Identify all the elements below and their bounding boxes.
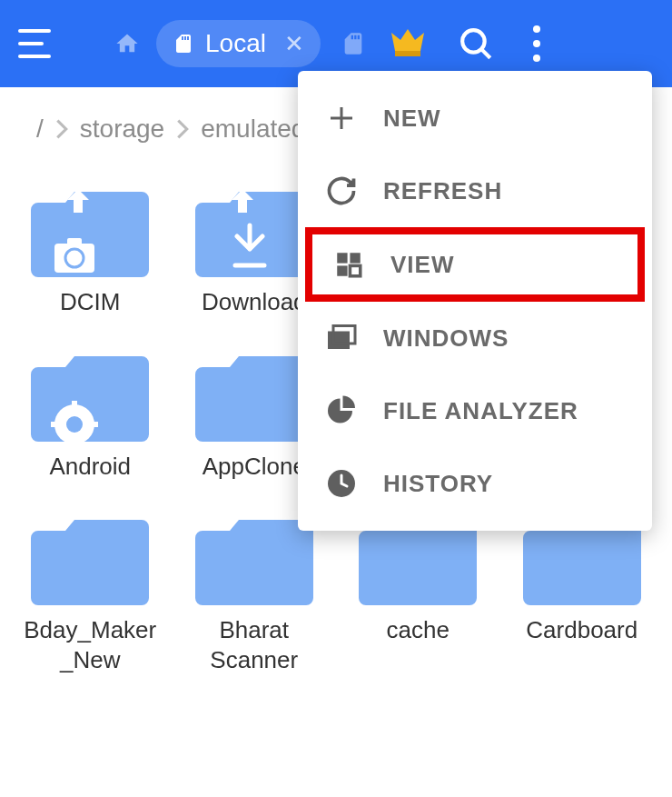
folder-label: Bharat Scanner — [182, 615, 327, 674]
folder-item-bharat-scanner[interactable]: Bharat Scanner — [177, 508, 332, 674]
breadcrumb-root[interactable]: / — [36, 115, 44, 144]
chevron-right-icon — [54, 119, 69, 139]
svg-rect-15 — [350, 253, 360, 263]
menu-label: HISTORY — [383, 470, 493, 498]
clock-icon — [323, 465, 360, 502]
menu-label: WINDOWS — [383, 324, 509, 353]
chevron-right-icon — [175, 119, 190, 139]
folder-item-dcim[interactable]: DCIM — [13, 180, 168, 317]
folder-label: DCIM — [60, 287, 120, 317]
menu-item-windows[interactable]: WINDOWS — [298, 302, 652, 374]
svg-point-7 — [66, 416, 83, 433]
svg-rect-10 — [51, 422, 60, 427]
menu-item-refresh[interactable]: REFRESH — [298, 154, 652, 227]
svg-rect-0 — [395, 51, 420, 56]
svg-rect-14 — [337, 253, 347, 263]
overflow-menu-icon[interactable] — [533, 25, 540, 62]
folder-icon — [31, 344, 149, 444]
folder-icon — [31, 180, 149, 280]
folder-icon — [195, 344, 313, 444]
svg-line-2 — [481, 49, 490, 58]
menu-item-view[interactable]: VIEW — [305, 227, 645, 302]
folder-icon — [195, 508, 313, 608]
menu-label: NEW — [383, 105, 441, 133]
menu-label: VIEW — [390, 251, 454, 279]
hamburger-menu-icon[interactable] — [18, 24, 58, 64]
folder-item-bday-maker[interactable]: Bday_Maker_New — [13, 508, 168, 674]
overflow-dropdown-menu: NEW REFRESH VIEW WINDOWS FILE ANALYZER H… — [298, 71, 652, 531]
svg-rect-9 — [72, 439, 77, 444]
sd-card-icon — [173, 33, 194, 55]
windows-icon — [323, 320, 360, 356]
folder-item-cache[interactable]: cache — [341, 508, 496, 674]
menu-item-new[interactable]: NEW — [298, 82, 652, 154]
folder-label: cache — [387, 615, 450, 645]
svg-point-1 — [462, 30, 485, 53]
close-tab-icon[interactable]: ✕ — [284, 30, 304, 58]
svg-rect-8 — [72, 401, 77, 410]
folder-label: AppClone — [203, 452, 306, 482]
folder-item-android[interactable]: Android — [13, 344, 168, 482]
menu-label: REFRESH — [383, 177, 502, 205]
svg-rect-18 — [328, 332, 350, 350]
tab-label: Local — [205, 29, 266, 58]
folder-label: Bday_Maker_New — [17, 615, 163, 674]
folder-label: Download — [202, 287, 307, 317]
refresh-icon — [323, 173, 360, 209]
plus-icon — [323, 100, 360, 136]
folder-item-cardboard[interactable]: Cardboard — [505, 508, 660, 674]
svg-rect-4 — [67, 238, 82, 245]
svg-rect-17 — [350, 265, 360, 275]
svg-rect-16 — [337, 265, 347, 275]
pie-icon — [323, 393, 360, 429]
home-icon[interactable] — [114, 31, 140, 56]
breadcrumb-part[interactable]: storage — [80, 115, 164, 144]
menu-label: FILE ANALYZER — [383, 397, 578, 425]
crown-icon[interactable] — [386, 22, 430, 65]
menu-item-history[interactable]: HISTORY — [298, 447, 652, 520]
sd-card-inactive-icon[interactable] — [341, 31, 366, 56]
breadcrumb-part[interactable]: emulated — [201, 115, 305, 144]
search-icon[interactable] — [457, 25, 495, 63]
tab-local[interactable]: Local ✕ — [156, 20, 321, 67]
folder-label: Cardboard — [526, 615, 637, 645]
folder-icon — [31, 508, 149, 608]
folder-label: Android — [49, 452, 131, 482]
grid-icon — [331, 246, 367, 283]
menu-item-file-analyzer[interactable]: FILE ANALYZER — [298, 374, 652, 447]
svg-rect-11 — [89, 422, 98, 427]
folder-icon — [195, 180, 313, 280]
